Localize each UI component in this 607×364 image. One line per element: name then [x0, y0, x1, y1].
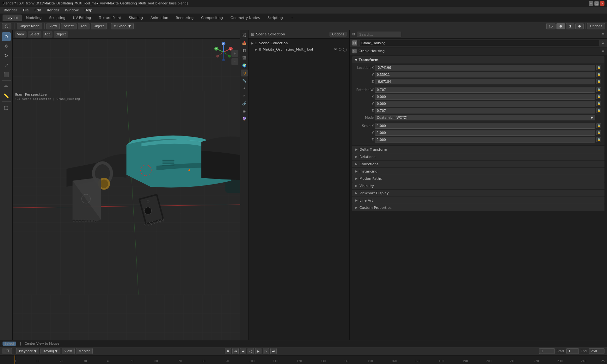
timeline-view-btn[interactable]: View	[62, 348, 75, 354]
object-name-field[interactable]	[359, 40, 599, 46]
instancing-toggle[interactable]: ▶ Instancing	[352, 168, 604, 175]
tool-rotate[interactable]: ↻	[2, 51, 11, 60]
timeline-marker-btn[interactable]: Marker	[76, 348, 93, 354]
menu-help[interactable]: Help	[82, 8, 95, 13]
menu-file[interactable]: File	[21, 8, 31, 13]
playback-next-frame-btn[interactable]: ▷	[263, 348, 269, 354]
makita-camera-icon[interactable]: ⬡	[339, 47, 342, 52]
prop-icon-data[interactable]: ◉	[241, 107, 248, 114]
playback-jump-start-btn[interactable]: ⏮	[232, 348, 239, 354]
location-z-lock[interactable]: 🔒	[596, 79, 601, 84]
tab-compositing[interactable]: Compositing	[197, 15, 227, 21]
rotation-y-value[interactable]: 0.000	[375, 101, 595, 106]
rotation-mode-select[interactable]: Quaternion (WXYZ) ▼	[375, 115, 595, 120]
viewport-menu-add[interactable]: Add	[43, 31, 52, 38]
relations-toggle[interactable]: ▶ Relations	[352, 153, 604, 160]
viewport-shading-solid[interactable]: ●	[556, 23, 565, 29]
outliner-item-makita[interactable]: ▶ ⊞ Makita_Oscillating_Multi_Tool 👁 ⬡ ◯	[248, 46, 349, 52]
menu-edit[interactable]: Edit	[32, 8, 44, 13]
timeline-ruler[interactable]: 1 10 20 30 40 50 60 70 80 90 100 110 120…	[0, 355, 607, 364]
options-btn[interactable]: Options	[587, 23, 605, 29]
tool-annotate[interactable]: ✏	[2, 82, 11, 91]
prop-icon-constraints[interactable]: 🔗	[241, 100, 248, 107]
tool-transform[interactable]: ⬛	[2, 70, 11, 79]
tab-rendering[interactable]: Rendering	[172, 15, 197, 21]
playback-play-btn[interactable]: ▶	[255, 348, 261, 354]
rotation-x-value[interactable]: 0.000	[375, 94, 595, 100]
tool-cursor[interactable]: ⊕	[2, 32, 11, 41]
prop-icon-view-layer[interactable]: ◧	[241, 47, 248, 54]
viewport-zoom-in[interactable]: +	[231, 50, 238, 57]
viewport[interactable]: View Select Add Object	[13, 30, 240, 347]
tab-add[interactable]: +	[287, 15, 297, 21]
line-art-toggle[interactable]: ▶ Line Art	[352, 197, 604, 204]
prop-icon-physics[interactable]: ⚡	[241, 92, 248, 99]
location-y-lock[interactable]: 🔒	[596, 72, 601, 77]
scale-y-value[interactable]: 1.000	[375, 130, 595, 136]
tab-animation[interactable]: Animation	[147, 15, 172, 21]
mode-select-btn[interactable]: Object Mode	[17, 23, 42, 29]
delta-transform-toggle[interactable]: ▶ Delta Transform	[352, 146, 604, 153]
scale-z-lock[interactable]: 🔒	[596, 137, 601, 142]
location-z-value[interactable]: -6.07184	[375, 79, 595, 84]
menu-window[interactable]: Window	[63, 8, 81, 13]
editor-type-btn[interactable]: ⬡	[2, 23, 11, 29]
timeline-start-frame[interactable]: 1	[566, 348, 579, 354]
tab-modeling[interactable]: Modeling	[22, 15, 45, 21]
timeline-end-frame[interactable]: 250	[589, 348, 604, 354]
collections-toggle[interactable]: ▶ Collections	[352, 161, 604, 167]
rotation-w-lock[interactable]: 🔒	[596, 87, 601, 92]
timeline-current-frame[interactable]: 1	[539, 348, 555, 354]
properties-filter-icon[interactable]: ⚙	[601, 32, 604, 36]
status-select-label[interactable]: Select	[3, 342, 16, 346]
rotation-y-lock[interactable]: 🔒	[596, 101, 601, 106]
outliner-options-btn[interactable]: Options	[329, 32, 347, 37]
location-x-lock[interactable]: 🔒	[596, 65, 601, 70]
rotation-w-value[interactable]: 0.707	[375, 87, 595, 93]
rotation-x-lock[interactable]: 🔒	[596, 94, 601, 99]
view-menu-btn[interactable]: View	[46, 23, 60, 29]
sub-object-menu-icon[interactable]: ⚙	[601, 49, 604, 53]
prop-icon-modifiers[interactable]: 🔧	[241, 77, 248, 84]
location-y-value[interactable]: 0.33911	[375, 72, 595, 77]
minimize-button[interactable]: ─	[589, 1, 593, 6]
tab-geometry-nodes[interactable]: Geometry Nodes	[227, 15, 264, 21]
viewport-zoom-out[interactable]: -	[231, 58, 238, 65]
menu-render[interactable]: Render	[44, 8, 62, 13]
rotation-z-lock[interactable]: 🔒	[596, 108, 601, 113]
tab-shading[interactable]: Shading	[125, 15, 147, 21]
scale-y-lock[interactable]: 🔒	[596, 130, 601, 135]
tool-scale[interactable]: ⤢	[2, 61, 11, 70]
tool-add-cube[interactable]: ⬚	[2, 103, 11, 112]
scale-z-value[interactable]: 1.000	[375, 137, 595, 143]
viewport-menu-view[interactable]: View	[15, 31, 27, 38]
properties-search[interactable]	[357, 32, 401, 37]
scale-x-value[interactable]: 1.000	[375, 123, 595, 129]
maximize-button[interactable]: □	[594, 1, 599, 6]
playback-rev-btn[interactable]: ◁	[248, 348, 254, 354]
add-menu-btn[interactable]: Add	[78, 23, 89, 29]
prop-icon-output[interactable]: 📤	[241, 39, 248, 46]
location-x-value[interactable]: -2.74196	[375, 65, 595, 70]
playback-jump-end-btn[interactable]: ⏭	[270, 348, 277, 354]
viewport-3d[interactable]: User Perspective (1) Scene Collection | …	[13, 39, 240, 347]
makita-render-icon[interactable]: ◯	[343, 47, 347, 52]
custom-properties-toggle[interactable]: ▶ Custom Properties	[352, 204, 604, 211]
viewport-shading-wire[interactable]: ◯	[546, 23, 555, 29]
motion-paths-toggle[interactable]: ▶ Motion Paths	[352, 175, 604, 182]
timeline-keying-btn[interactable]: Keying ▼	[40, 348, 60, 354]
select-menu-btn[interactable]: Select	[61, 23, 77, 29]
prop-icon-world[interactable]: 🌍	[241, 62, 248, 69]
viewport-menu-object[interactable]: Object	[54, 31, 68, 38]
viewport-shading-render[interactable]: ●	[575, 23, 584, 29]
object-name-menu-icon[interactable]: ⚙	[601, 41, 604, 45]
scale-x-lock[interactable]: 🔒	[596, 123, 601, 128]
viewport-display-toggle[interactable]: ▶ Viewport Display	[352, 190, 604, 197]
viewport-shading-material[interactable]: ◑	[566, 23, 574, 29]
tab-uv-editing[interactable]: UV Editing	[69, 15, 95, 21]
transform-global-btn[interactable]: ⊕ Global ▼	[111, 23, 134, 29]
tab-scripting[interactable]: Scripting	[264, 15, 287, 21]
transform-header[interactable]: ▼ Transform	[352, 56, 604, 63]
menu-blender[interactable]: Blender	[1, 8, 20, 13]
playback-end-btn[interactable]: ⏺	[225, 348, 231, 354]
